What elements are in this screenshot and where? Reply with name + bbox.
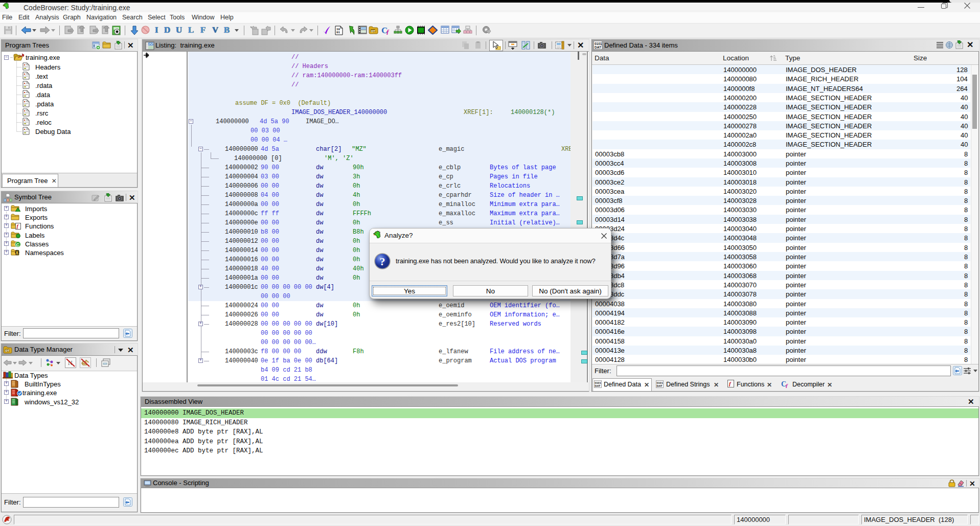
svg-text:f: f (386, 28, 390, 35)
svg-text:0101: 0101 (595, 42, 602, 45)
svg-text:01: 01 (336, 31, 340, 34)
svg-text:0101: 0101 (657, 381, 663, 384)
svg-text:f: f (786, 382, 788, 388)
svg-text:DAT: DAT (595, 45, 601, 49)
svg-text:?: ? (380, 255, 385, 268)
svg-text:0101: 0101 (595, 381, 601, 384)
svg-text:DAT: DAT (657, 384, 663, 387)
svg-text:DT: DT (371, 30, 375, 33)
svg-text:DAT: DAT (595, 384, 601, 387)
